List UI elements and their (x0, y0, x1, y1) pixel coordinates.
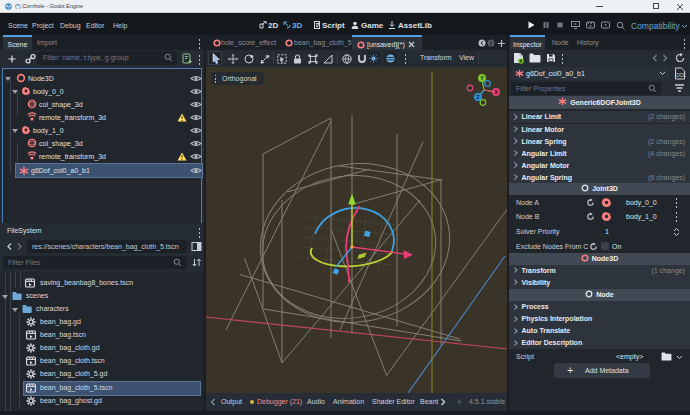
svg-text:Y: Y (480, 75, 484, 81)
svg-text:X: X (494, 89, 498, 95)
svg-text:DOC: DOC (676, 73, 686, 78)
